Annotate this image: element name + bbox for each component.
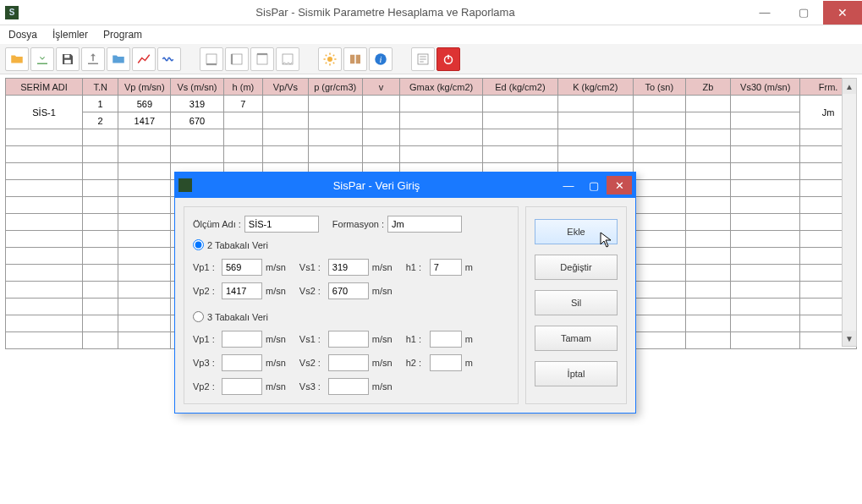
cell-serim[interactable]	[6, 299, 83, 315]
cell-vp[interactable]	[118, 146, 171, 163]
cell-k[interactable]	[557, 146, 633, 163]
cell-p[interactable]	[308, 96, 362, 112]
minimize-button[interactable]: —	[745, 1, 784, 25]
cell-serim[interactable]	[6, 197, 83, 214]
cell-p[interactable]	[308, 146, 362, 163]
cell-h[interactable]	[223, 112, 263, 129]
scroll-down-icon[interactable]: ▼	[843, 331, 856, 346]
vs3-input[interactable]	[328, 378, 369, 395]
wave-icon[interactable]	[157, 47, 181, 71]
table-row[interactable]	[6, 129, 857, 146]
grid-scroll[interactable]: ▲ ▼	[842, 78, 857, 347]
h1-input[interactable]	[430, 259, 462, 276]
col-k[interactable]: K (kg/cm2)	[557, 79, 633, 96]
cell-vs30[interactable]	[731, 265, 800, 282]
cell-zb[interactable]	[685, 96, 730, 112]
cell-zb[interactable]	[685, 299, 730, 315]
close-button[interactable]: ✕	[823, 1, 862, 25]
h1b-input[interactable]	[430, 331, 462, 348]
cell-serim[interactable]	[6, 265, 83, 282]
col-gmax[interactable]: Gmax (kg/cm2)	[400, 79, 483, 96]
cell-ed[interactable]	[483, 146, 558, 163]
cell-vp[interactable]: 569	[118, 96, 171, 112]
cell-p[interactable]	[308, 129, 362, 146]
cell-v[interactable]	[362, 96, 399, 112]
radio-2-tabakali[interactable]	[193, 239, 204, 250]
col-ed[interactable]: Ed (kg/cm2)	[483, 79, 558, 96]
cell-vs30[interactable]	[731, 282, 800, 299]
dialog-maximize-button[interactable]: ▢	[581, 176, 607, 194]
vp1b-input[interactable]	[222, 331, 262, 348]
cell-vpvs[interactable]	[263, 129, 308, 146]
cell-ed[interactable]	[483, 112, 558, 129]
table-row[interactable]: 21417670	[6, 112, 857, 129]
power-icon[interactable]	[436, 47, 460, 71]
col-vp[interactable]: Vp (m/sn)	[118, 79, 171, 96]
cell-vs[interactable]	[171, 129, 223, 146]
cell-vs30[interactable]	[731, 112, 800, 129]
cell-vs[interactable]	[171, 146, 223, 163]
cell-to[interactable]	[633, 265, 685, 282]
cell-gmax[interactable]	[400, 112, 483, 129]
cell-serim[interactable]	[6, 248, 83, 265]
cell-zb[interactable]	[685, 214, 730, 231]
cell-v[interactable]	[362, 112, 399, 129]
cell-serim[interactable]	[6, 315, 83, 332]
chart-icon[interactable]	[132, 47, 156, 71]
info-icon[interactable]: i	[369, 47, 393, 71]
cell-zb[interactable]	[685, 231, 730, 248]
cell-serim[interactable]	[6, 180, 83, 197]
cell-vs30[interactable]	[731, 180, 800, 197]
menu-islemler[interactable]: İşlemler	[47, 27, 93, 42]
cell-vs[interactable]: 319	[171, 96, 223, 112]
col-p[interactable]: p (gr/cm3)	[308, 79, 362, 96]
cell-zb[interactable]	[685, 163, 730, 180]
cell-vp[interactable]	[118, 129, 171, 146]
vs2-input[interactable]	[328, 282, 369, 299]
cell-to[interactable]	[633, 282, 685, 299]
menu-dosya[interactable]: Dosya	[3, 27, 42, 42]
cell-to[interactable]	[633, 112, 685, 129]
cell-to[interactable]	[633, 231, 685, 248]
cell-h[interactable]: 7	[223, 96, 263, 112]
cell-serim[interactable]	[6, 214, 83, 231]
cell-tn[interactable]	[83, 265, 118, 282]
cell-to[interactable]	[633, 248, 685, 265]
menu-program[interactable]: Program	[98, 27, 147, 42]
vp2-input[interactable]	[222, 282, 262, 299]
cell-zb[interactable]	[685, 112, 730, 129]
cell-to[interactable]	[633, 299, 685, 315]
cell-vp[interactable]	[118, 180, 171, 197]
cell-vp[interactable]	[118, 214, 171, 231]
cell-tn[interactable]	[83, 129, 118, 146]
h2-input[interactable]	[430, 354, 462, 371]
cell-gmax[interactable]	[400, 146, 483, 163]
cell-vs30[interactable]	[731, 197, 800, 214]
cell-k[interactable]	[557, 96, 633, 112]
cell-tn[interactable]: 2	[83, 112, 118, 129]
col-tn[interactable]: T.N	[83, 79, 118, 96]
cell-vs30[interactable]	[731, 163, 800, 180]
vs2b-input[interactable]	[328, 354, 369, 371]
vp2b-input[interactable]	[222, 378, 262, 395]
col-zb[interactable]: Zb	[685, 79, 730, 96]
export-icon[interactable]	[81, 47, 105, 71]
cell-tn[interactable]	[83, 197, 118, 214]
vs1b-input[interactable]	[328, 331, 369, 348]
cell-gmax[interactable]	[400, 96, 483, 112]
cell-ed[interactable]	[483, 129, 558, 146]
cell-vp[interactable]	[118, 265, 171, 282]
scroll-up-icon[interactable]: ▲	[843, 79, 856, 94]
cell-tn[interactable]	[83, 248, 118, 265]
col-v[interactable]: v	[362, 79, 399, 96]
cell-vp[interactable]	[118, 163, 171, 180]
book-icon[interactable]	[343, 47, 367, 71]
cell-zb[interactable]	[685, 197, 730, 214]
cell-vs30[interactable]	[731, 231, 800, 248]
col-to[interactable]: To (sn)	[633, 79, 685, 96]
cell-h[interactable]	[223, 129, 263, 146]
cell-zb[interactable]	[685, 146, 730, 163]
radio-3-tabakali[interactable]	[193, 311, 204, 322]
tab-b-icon[interactable]	[225, 47, 249, 71]
cell-to[interactable]	[633, 197, 685, 214]
